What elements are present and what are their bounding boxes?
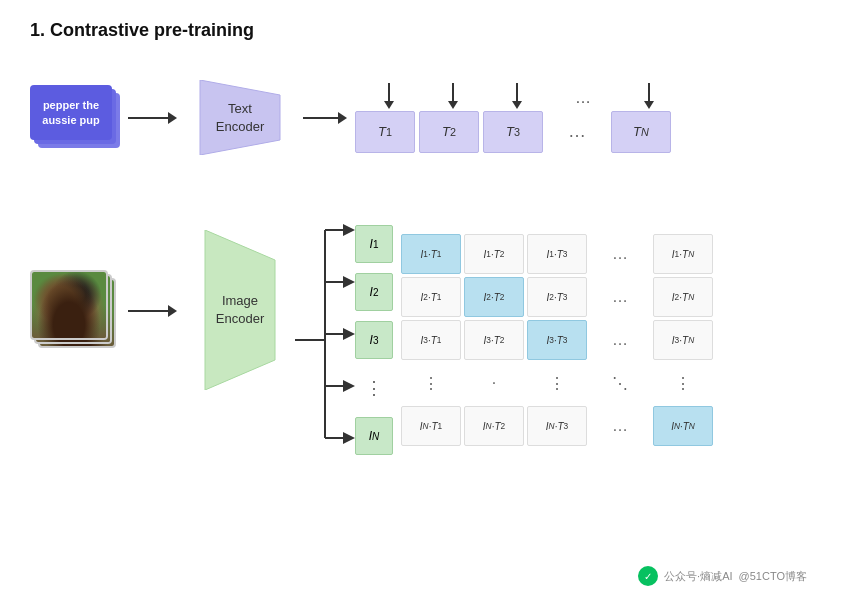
svg-marker-12 bbox=[343, 328, 355, 340]
matrix-cell-0-1: I1·T2 bbox=[464, 234, 524, 274]
encoder-to-t-arrow bbox=[303, 112, 347, 124]
text-input-cards: pepper theaussie pup bbox=[30, 85, 120, 150]
matrix-cell-4-2: IN·T3 bbox=[527, 406, 587, 446]
i-label-dots: ⋮ bbox=[355, 369, 393, 407]
branch-lines-svg bbox=[295, 210, 355, 470]
t-vector-section: … T1 T2 T3 … TN bbox=[355, 83, 679, 153]
matrix-cell-3-0: ⋮ bbox=[401, 363, 461, 403]
i-and-matrix-section: I1 I2 I3 ⋮ IN I1·T1 I1·T2 I1·T3 … I1·TN … bbox=[295, 230, 713, 470]
bottom-section: ImageEncoder bbox=[30, 230, 713, 470]
watermark: ✓ 公众号·熵减AI @51CTO博客 bbox=[638, 566, 807, 586]
image-to-encoder-arrow bbox=[128, 305, 177, 317]
image-card-front bbox=[30, 270, 108, 340]
matrix-cell-4-0: IN·T1 bbox=[401, 406, 461, 446]
image-input-cards bbox=[30, 270, 120, 350]
matrix-cell-2-2: I3·T3 bbox=[527, 320, 587, 360]
t-dots-indicator: … bbox=[551, 83, 615, 109]
image-encoder-label: ImageEncoder bbox=[216, 292, 264, 328]
matrix-cell-0-4: I1·TN bbox=[653, 234, 713, 274]
t-cell-1: T1 bbox=[355, 111, 415, 153]
matrix-cell-0-3: … bbox=[590, 234, 650, 274]
text-card-label: pepper theaussie pup bbox=[42, 98, 99, 127]
text-to-encoder-arrow bbox=[128, 112, 177, 124]
matrix-cell-2-3: … bbox=[590, 320, 650, 360]
matrix-cell-3-4: ⋮ bbox=[653, 363, 713, 403]
matrix-cell-1-2: I2·T3 bbox=[527, 277, 587, 317]
image-encoder: ImageEncoder bbox=[185, 230, 295, 390]
i-labels-column: I1 I2 I3 ⋮ IN bbox=[355, 225, 393, 455]
svg-marker-16 bbox=[343, 432, 355, 444]
svg-marker-8 bbox=[343, 224, 355, 236]
matrix-cell-4-1: IN·T2 bbox=[464, 406, 524, 446]
t-cell-dots: … bbox=[547, 111, 607, 153]
matrix-cell-1-1: I2·T2 bbox=[464, 277, 524, 317]
t-down-arrows: … bbox=[355, 83, 679, 109]
diagram-container: 1. Contrastive pre-training pepper theau… bbox=[0, 0, 847, 604]
matrix-cell-1-4: I2·TN bbox=[653, 277, 713, 317]
i-label-n: IN bbox=[355, 417, 393, 455]
matrix-cell-1-3: … bbox=[590, 277, 650, 317]
matrix-grid: I1·T1 I1·T2 I1·T3 … I1·TN I2·T1 I2·T2 I2… bbox=[401, 234, 713, 446]
wechat-icon: ✓ bbox=[638, 566, 658, 586]
matrix-cell-0-2: I1·T3 bbox=[527, 234, 587, 274]
matrix-cell-2-0: I3·T1 bbox=[401, 320, 461, 360]
i-label-3: I3 bbox=[355, 321, 393, 359]
matrix-cell-2-1: I3·T2 bbox=[464, 320, 524, 360]
matrix-cell-3-2: ⋮ bbox=[527, 363, 587, 403]
matrix-cell-4-3: … bbox=[590, 406, 650, 446]
matrix-cell-1-0: I2·T1 bbox=[401, 277, 461, 317]
watermark-platform: 公众号·熵减AI bbox=[664, 569, 732, 584]
svg-marker-10 bbox=[343, 276, 355, 288]
i-label-2: I2 bbox=[355, 273, 393, 311]
text-card-front: pepper theaussie pup bbox=[30, 85, 112, 140]
t-cell-n: TN bbox=[611, 111, 671, 153]
watermark-site: @51CTO博客 bbox=[739, 569, 807, 584]
matrix-cell-4-4: IN·TN bbox=[653, 406, 713, 446]
svg-marker-14 bbox=[343, 380, 355, 392]
i-label-1: I1 bbox=[355, 225, 393, 263]
matrix-cell-2-4: I3·TN bbox=[653, 320, 713, 360]
matrix-cell-0-0: I1·T1 bbox=[401, 234, 461, 274]
t-cell-3: T3 bbox=[483, 111, 543, 153]
t-cell-2: T2 bbox=[419, 111, 479, 153]
page-title: 1. Contrastive pre-training bbox=[30, 20, 817, 41]
matrix-cell-3-1: · bbox=[464, 363, 524, 403]
t-cells-row: T1 T2 T3 … TN bbox=[355, 111, 671, 153]
matrix-cell-3-3: ⋱ bbox=[590, 363, 650, 403]
text-encoder: TextEncoder bbox=[185, 80, 295, 155]
text-encoder-label: TextEncoder bbox=[216, 99, 264, 135]
